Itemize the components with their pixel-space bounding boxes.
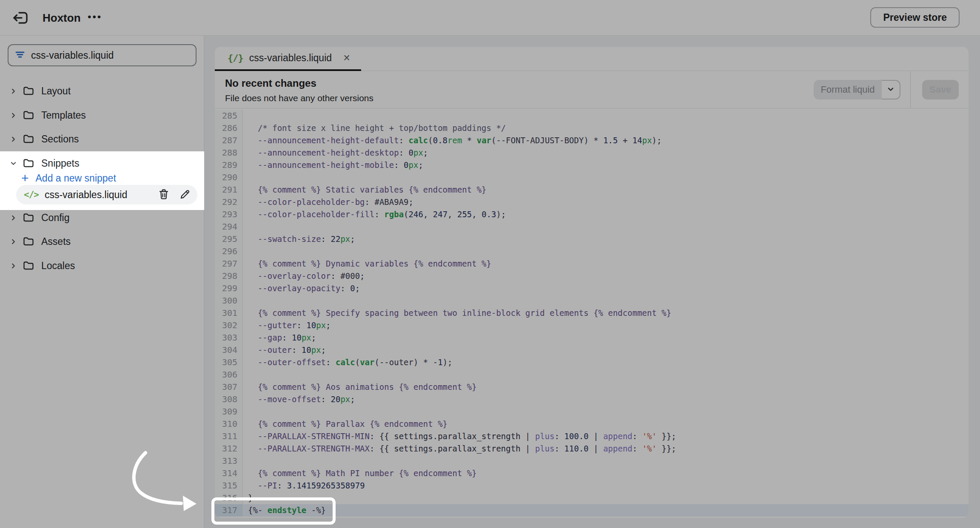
plus-icon: + [21, 172, 29, 185]
tutorial-dim-overlay [0, 0, 980, 528]
code-file-icon: </> [24, 190, 39, 200]
chevron-down-icon [10, 160, 17, 167]
trash-icon [157, 188, 170, 202]
folder-label: Snippets [41, 158, 80, 169]
add-snippet-label: Add a new snippet [36, 173, 116, 184]
highlight-box-line-317 [211, 497, 336, 525]
folder-icon [23, 157, 34, 169]
sidebar-item-snippets[interactable]: Snippets [0, 154, 204, 173]
pencil-icon [179, 188, 191, 202]
rename-file-button[interactable] [179, 188, 191, 202]
snippets-spotlight: Snippets + Add a new snippet </> css-var… [0, 151, 204, 210]
file-name: css-variables.liquid [45, 189, 127, 201]
screen: Hoxton ••• Preview store css-variables.l… [0, 0, 980, 528]
file-item-css-variables[interactable]: </> css-variables.liquid [16, 185, 197, 204]
add-snippet-button[interactable]: + Add a new snippet [0, 171, 204, 185]
delete-file-button[interactable] [157, 188, 170, 202]
